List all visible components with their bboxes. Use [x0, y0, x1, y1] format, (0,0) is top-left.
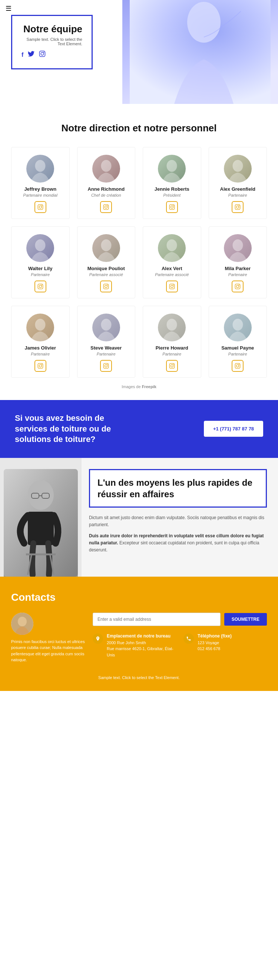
svg-point-41 [232, 239, 243, 251]
svg-point-33 [105, 285, 107, 288]
instagram-icon[interactable] [166, 360, 178, 372]
contacts-right: SOUMETTRE Emplacement de notre bureau200… [93, 612, 267, 658]
team-member-name: Walter Lily [28, 266, 52, 271]
svg-point-16 [167, 160, 177, 172]
contact-info-value: 2000 Rue John Smith [107, 640, 176, 646]
team-card: Mila ParkerPartenaire [208, 226, 267, 298]
contact-info-value: 123 Voyage [197, 640, 232, 646]
team-member-name: Jennie Roberts [155, 186, 190, 192]
svg-rect-32 [104, 284, 109, 289]
svg-point-9 [41, 205, 42, 206]
contact-info-grid: Emplacement de notre bureau2000 Rue John… [93, 633, 267, 658]
phone-icon [183, 633, 194, 644]
hero-text-box: Notre équipe Sample text. Click to selec… [11, 15, 93, 69]
hero-title: Notre équipe [22, 23, 82, 35]
svg-point-13 [105, 206, 107, 208]
team-card: Pierre HowardPartenaire [143, 306, 201, 378]
team-avatar [92, 234, 120, 262]
email-input[interactable] [93, 612, 221, 626]
instagram-icon[interactable] [100, 280, 112, 293]
svg-point-24 [239, 205, 239, 206]
svg-point-6 [35, 160, 46, 172]
team-member-name: Anne Richmond [87, 186, 125, 192]
team-member-role: Partenaire [162, 352, 181, 356]
hamburger-menu[interactable]: ☰ [6, 5, 11, 13]
svg-point-34 [107, 285, 108, 285]
team-avatar [26, 155, 54, 183]
svg-point-26 [35, 239, 46, 251]
hero-subtitle: Sample text. Click to select the Text El… [22, 37, 82, 46]
instagram-icon[interactable] [232, 280, 243, 293]
instagram-icon[interactable] [232, 201, 243, 213]
team-avatar [224, 313, 252, 341]
svg-point-36 [167, 239, 177, 251]
instagram-icon[interactable] [100, 360, 112, 372]
svg-point-28 [39, 285, 41, 288]
svg-point-4 [187, 2, 221, 43]
svg-point-11 [101, 160, 111, 172]
contact-info-value: 012 456 678 [197, 646, 232, 652]
contacts-avatar [11, 612, 33, 635]
team-member-name: Samuel Payne [221, 345, 254, 351]
team-member-name: Jeffrey Brown [24, 186, 56, 192]
team-member-role: Chef de création [91, 193, 121, 197]
team-member-name: Monique Pouliot [87, 266, 125, 271]
svg-point-23 [237, 206, 239, 208]
team-member-role: Partenaire [31, 352, 50, 356]
svg-point-2 [43, 52, 44, 53]
team-card: Alex VertPartenaire associé [143, 226, 201, 298]
team-avatar [26, 234, 54, 262]
team-card: Walter LilyPartenaire [11, 226, 70, 298]
team-member-name: Alex Vert [162, 266, 182, 271]
hero-image [122, 0, 278, 104]
team-card: Monique PouliotPartenaire associé [77, 226, 136, 298]
team-card: Jennie RobertsPrésident [143, 147, 201, 219]
contacts-left: Primis non faucibus orci luctus et ultri… [11, 612, 85, 666]
submit-button[interactable]: SOUMETTRE [224, 613, 267, 626]
instagram-icon[interactable] [35, 360, 46, 372]
contact-info-title: Téléphone (fixe) [197, 633, 232, 639]
business-desc2: Duis aute irure dolor in reprehenderit i… [89, 533, 267, 554]
svg-point-64 [239, 364, 239, 365]
team-avatar [92, 313, 120, 341]
team-section: Notre direction et notre personnel Jeffr… [0, 104, 278, 400]
svg-point-58 [171, 365, 173, 368]
instagram-icon[interactable] [166, 201, 178, 213]
location-icon [93, 633, 103, 644]
instagram-icon[interactable] [166, 280, 178, 293]
svg-point-75 [18, 617, 27, 626]
svg-point-39 [173, 285, 174, 285]
team-member-role: Partenaire associé [89, 272, 123, 277]
business-title: L'un des moyens les plus rapides de réus… [98, 477, 258, 500]
svg-point-53 [105, 365, 107, 368]
team-avatar [26, 313, 54, 341]
svg-point-59 [173, 364, 174, 365]
svg-point-31 [101, 239, 111, 251]
team-member-role: Partenaire [228, 272, 247, 277]
team-title: Notre direction et notre personnel [11, 123, 267, 134]
cta-button[interactable]: +1 (771) 787 87 78 [204, 421, 263, 437]
team-avatar [224, 155, 252, 183]
svg-point-48 [39, 365, 41, 368]
facebook-icon[interactable]: f [22, 52, 23, 58]
team-member-name: Alex Greenfield [220, 186, 255, 192]
instagram-icon-hero[interactable] [39, 51, 46, 59]
svg-point-38 [171, 285, 173, 288]
svg-rect-42 [235, 284, 240, 289]
contact-info-text: Emplacement de notre bureau2000 Rue John… [107, 633, 176, 658]
team-member-role: Partenaire [31, 272, 50, 277]
freepik-note: Images de Freepik [11, 385, 267, 389]
svg-rect-12 [104, 204, 109, 209]
team-card: Alex GreenfieldPartenaire [208, 147, 267, 219]
svg-point-1 [41, 52, 44, 55]
team-card: Anne RichmondChef de création [77, 147, 136, 219]
twitter-icon[interactable] [28, 51, 35, 59]
contacts-footer-note: Sample text. Click to select the Text El… [11, 675, 267, 680]
team-grid: Jeffrey BrownPartenaire mondial Anne Ric… [11, 147, 267, 378]
instagram-icon[interactable] [35, 201, 46, 213]
instagram-icon[interactable] [100, 201, 112, 213]
team-member-name: James Olivier [24, 345, 56, 351]
business-image-side [0, 458, 82, 577]
instagram-icon[interactable] [232, 360, 243, 372]
instagram-icon[interactable] [35, 280, 46, 293]
